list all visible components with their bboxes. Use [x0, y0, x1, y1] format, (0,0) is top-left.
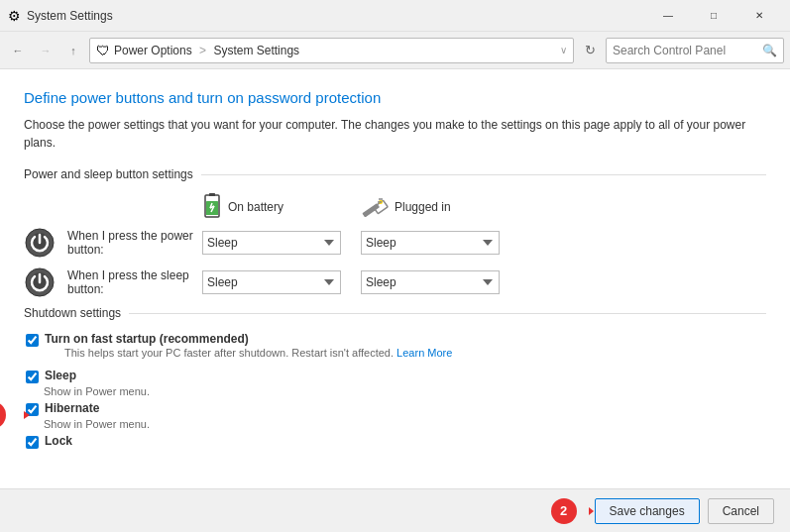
- power-button-icon: [24, 227, 56, 259]
- address-box[interactable]: 🛡 Power Options > System Settings ∨: [89, 38, 574, 63]
- fast-startup-sub: This helps start your PC faster after sh…: [64, 347, 452, 359]
- addressbar: ← → ↑ 🛡 Power Options > System Settings …: [0, 32, 790, 69]
- battery-icon: [202, 193, 222, 221]
- col-headers: On battery Plugged in: [202, 193, 766, 221]
- hibernate-checkbox-label: Hibernate: [45, 401, 99, 415]
- battery-col-header: On battery: [202, 193, 361, 221]
- titlebar-title: System Settings: [27, 9, 645, 23]
- fast-startup-row: Turn on fast startup (recommended) This …: [24, 332, 766, 363]
- save-changes-button[interactable]: Save changes: [595, 498, 700, 524]
- address-path-current: System Settings: [213, 44, 299, 57]
- lock-checkbox-row: Lock: [24, 434, 766, 449]
- learn-more-link[interactable]: Learn More: [396, 347, 452, 359]
- page-title: Define power buttons and turn on passwor…: [24, 89, 766, 106]
- plugged-col-header: Plugged in: [361, 193, 519, 221]
- main-content: Define power buttons and turn on passwor…: [0, 69, 790, 532]
- power-plugged-select[interactable]: Sleep Do nothing Hibernate Shut down Tur…: [361, 231, 500, 255]
- badge1-container: 1: [0, 401, 30, 429]
- address-icon: 🛡: [96, 43, 110, 58]
- plugged-icon: [361, 197, 389, 217]
- search-box[interactable]: 🔍: [606, 38, 784, 63]
- up-button[interactable]: ↑: [61, 39, 85, 62]
- close-button[interactable]: ✕: [736, 0, 782, 32]
- titlebar-controls: — □ ✕: [645, 0, 782, 32]
- badge-1: 1: [0, 401, 6, 429]
- save-area: 2 Save changes: [595, 498, 700, 524]
- shutdown-section: Turn on fast startup (recommended) This …: [24, 332, 766, 449]
- sleep-checkbox-row: Sleep Show in Power menu.: [24, 369, 766, 397]
- section-power-header: Power and sleep button settings: [24, 167, 766, 181]
- maximize-button[interactable]: □: [691, 0, 736, 32]
- minimize-button[interactable]: —: [645, 0, 691, 32]
- bottom-bar: 2 Save changes Cancel: [0, 488, 790, 532]
- hibernate-sub: Show in Power menu.: [44, 418, 766, 430]
- lock-checkbox[interactable]: [26, 436, 39, 449]
- path-sep: >: [199, 44, 209, 57]
- badge2-arrow: [580, 506, 594, 516]
- power-battery-select[interactable]: Sleep Do nothing Hibernate Shut down Tur…: [202, 231, 341, 255]
- power-button-label: When I press the power button:: [67, 229, 202, 257]
- sleep-sub: Show in Power menu.: [44, 385, 766, 397]
- sleep-button-label: When I press the sleep button:: [67, 268, 202, 296]
- sleep-button-icon: [24, 266, 56, 298]
- badge2-container: 2: [551, 498, 594, 524]
- page-description: Choose the power settings that you want …: [24, 116, 766, 152]
- back-button[interactable]: ←: [6, 39, 30, 62]
- forward-button[interactable]: →: [34, 39, 57, 62]
- refresh-button[interactable]: ↻: [578, 39, 602, 62]
- svg-rect-1: [209, 193, 215, 196]
- section-shutdown-header: Shutdown settings: [24, 306, 766, 320]
- power-button-row: When I press the power button: Sleep Do …: [24, 227, 766, 259]
- titlebar-icon: ⚙: [8, 8, 21, 24]
- sleep-checkbox[interactable]: [26, 371, 39, 383]
- search-input[interactable]: [613, 44, 758, 57]
- address-dropdown-arrow[interactable]: ∨: [560, 45, 567, 55]
- cancel-button[interactable]: Cancel: [708, 498, 774, 524]
- fast-startup-label: Turn on fast startup (recommended): [45, 332, 249, 346]
- fast-startup-checkbox[interactable]: [26, 334, 39, 347]
- sleep-battery-select[interactable]: Sleep Do nothing Hibernate Shut down Tur…: [202, 270, 341, 294]
- hibernate-checkbox-row: Hibernate Show in Power menu. 1: [24, 401, 766, 430]
- lock-checkbox-label: Lock: [45, 434, 72, 448]
- badge1-arrow: [10, 409, 30, 421]
- sleep-plugged-select[interactable]: Sleep Do nothing Hibernate Shut down Tur…: [361, 270, 500, 294]
- sleep-button-row: When I press the sleep button: Sleep Do …: [24, 266, 766, 298]
- sleep-checkbox-label: Sleep: [45, 369, 76, 382]
- address-path-root: Power Options > System Settings: [114, 44, 556, 57]
- titlebar: ⚙ System Settings — □ ✕: [0, 0, 790, 32]
- badge-2: 2: [551, 498, 577, 524]
- search-icon: 🔍: [762, 44, 777, 57]
